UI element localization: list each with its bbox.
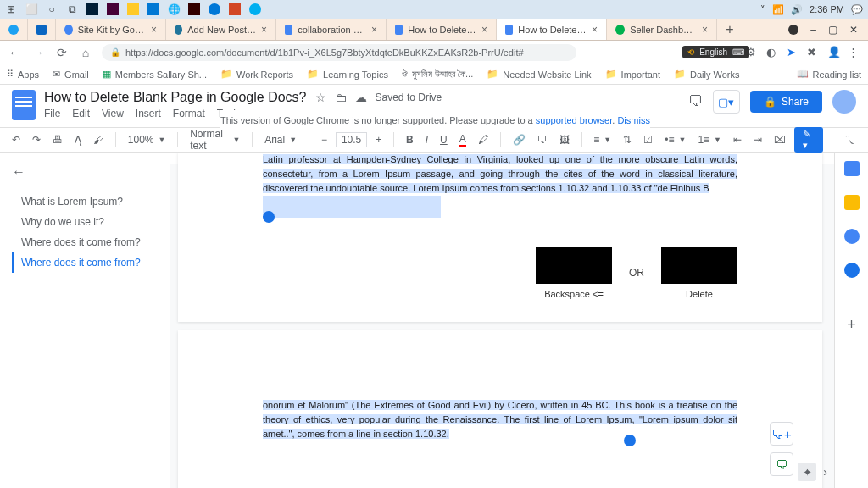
redo-button[interactable]: ↷ (29, 132, 44, 147)
banner-link[interactable]: supported browser (536, 115, 613, 125)
app-icon[interactable] (229, 3, 241, 15)
minimize-button[interactable]: – (810, 24, 816, 36)
comment-button[interactable]: 🗨 (534, 132, 551, 147)
suggest-button[interactable]: 🗨 (770, 452, 793, 476)
browser-tab[interactable]: Site Kit by Google D× (56, 19, 166, 40)
back-button[interactable]: ← (7, 46, 22, 59)
bookmark-folder[interactable]: 📁Work Reports (220, 69, 293, 80)
outline-item[interactable]: Why do we use it? (12, 212, 157, 232)
close-icon[interactable]: × (371, 24, 377, 36)
star-icon[interactable]: ☆ (315, 91, 326, 104)
italic-button[interactable]: I (422, 132, 431, 147)
page[interactable]: onorum et Malorum" (The Extremes of Good… (178, 330, 822, 488)
clock[interactable]: 2:36 PM (810, 4, 844, 14)
spellcheck-button[interactable]: Ą (71, 132, 85, 147)
close-icon[interactable]: × (702, 24, 708, 36)
outline-item[interactable]: Where does it come from? (12, 232, 157, 252)
edge-icon[interactable] (209, 3, 220, 15)
extension-icon[interactable]: ✖ (807, 46, 821, 59)
doc-title[interactable]: How to Delete Blank Page in Google Docs? (44, 90, 307, 105)
close-icon[interactable]: × (592, 24, 598, 36)
outline-item-active[interactable]: Where does it come from? (12, 252, 157, 273)
document-canvas[interactable]: 1 2 3 4 5 6 7 Latin professor at Hampden… (170, 152, 834, 488)
contacts-icon[interactable] (844, 263, 860, 278)
menu-edit[interactable]: Edit (72, 108, 90, 119)
bulleted-list-button[interactable]: •≡▼ (661, 132, 689, 147)
page[interactable]: Latin professor at Hampden-Sydney Colleg… (178, 152, 822, 322)
cortana-icon[interactable]: ○ (46, 3, 58, 15)
calendar-icon[interactable] (844, 161, 860, 176)
bold-button[interactable]: B (403, 132, 417, 147)
url-input[interactable]: 🔒 https://docs.google.com/document/d/1b1… (102, 44, 576, 61)
menu-view[interactable]: View (102, 108, 124, 119)
zoom-select[interactable]: 100%▼ (125, 132, 170, 147)
explore-button[interactable]: ✦ (798, 463, 816, 481)
outline-item[interactable]: What is Lorem Ipsum? (12, 191, 157, 212)
highlight-button[interactable]: 🖍 (475, 132, 492, 147)
avatar[interactable] (832, 90, 856, 114)
skype-icon[interactable] (249, 3, 261, 15)
extension-icon[interactable]: ◐ (766, 46, 780, 59)
link-button[interactable]: 🔗 (509, 132, 529, 147)
browser-tab[interactable]: collaboration with L...× (276, 19, 387, 40)
chrome-icon[interactable]: 🌐 (168, 3, 180, 15)
bookmark-item[interactable]: ✉Gmail (53, 69, 89, 80)
keep-icon[interactable] (844, 195, 860, 210)
menu-insert[interactable]: Insert (136, 108, 161, 119)
bookmark-folder[interactable]: 📁Learning Topics (307, 69, 388, 80)
cloud-icon[interactable]: ☁ (355, 91, 367, 104)
volume-icon[interactable]: 🔊 (791, 4, 803, 15)
present-button[interactable]: ▢▾ (713, 90, 740, 114)
indent-inc-button[interactable]: ⇥ (750, 132, 765, 147)
align-button[interactable]: ≡▼ (590, 132, 615, 147)
undo-button[interactable]: ↶ (8, 132, 24, 147)
apps-shortcut[interactable]: ⠿Apps (7, 69, 39, 80)
profile-icon[interactable]: 👤 (827, 46, 841, 59)
chevron-up-icon[interactable]: ˅ (760, 4, 765, 15)
close-icon[interactable]: × (481, 24, 487, 36)
menu-file[interactable]: File (44, 108, 60, 119)
forward-button[interactable]: → (31, 46, 46, 59)
close-icon[interactable]: × (261, 24, 267, 36)
browser-tab[interactable]: Seller Dashboard× (607, 19, 717, 40)
notifications-icon[interactable]: 💬 (851, 4, 863, 15)
font-size-input[interactable]: 10.5 (336, 132, 367, 147)
menu-icon[interactable]: ⋮ (848, 46, 861, 59)
bookmark-folder[interactable]: 📁Important (605, 69, 660, 80)
app-icon[interactable] (188, 3, 200, 15)
banner-dismiss[interactable]: Dismiss (617, 115, 650, 125)
image-button[interactable]: 🖼 (556, 132, 573, 147)
bookmark-folder[interactable]: 📁Needed Website Link (487, 69, 591, 80)
docs-logo-icon[interactable] (12, 90, 36, 120)
taskview-icon[interactable]: ⧉ (66, 3, 78, 15)
explorer-icon[interactable] (127, 3, 139, 15)
move-icon[interactable]: 🗀 (335, 91, 347, 104)
mail-icon[interactable] (147, 3, 159, 15)
share-button[interactable]: 🔒Share (750, 91, 822, 113)
selection-handle-icon[interactable] (624, 435, 636, 446)
browser-tab-active[interactable]: How to Delete Blan...× (497, 19, 607, 40)
new-tab-button[interactable]: + (717, 19, 743, 40)
numbered-list-button[interactable]: 1≡▼ (694, 132, 725, 147)
indent-dec-button[interactable]: ⇤ (730, 132, 745, 147)
app-icon[interactable] (107, 3, 119, 15)
close-window-button[interactable]: ✕ (849, 24, 858, 36)
reading-list-button[interactable]: 📖Reading list (797, 69, 861, 80)
chevron-right-icon[interactable]: › (823, 465, 827, 479)
checklist-button[interactable]: ☑ (640, 132, 656, 147)
reload-button[interactable]: ⟳ (54, 46, 70, 59)
bookmark-item[interactable]: ঔমুসলিম উম্মাহর কৈ... (402, 69, 473, 80)
home-button[interactable]: ⌂ (78, 46, 93, 59)
font-size-inc[interactable]: + (372, 132, 385, 147)
browser-tab[interactable] (28, 19, 56, 40)
translate-pill[interactable]: ⟲English⌨ (682, 46, 749, 58)
font-select[interactable]: Arial▼ (261, 132, 300, 147)
clear-format-button[interactable]: ⌧ (771, 132, 789, 147)
font-size-dec[interactable]: − (318, 132, 331, 147)
hide-menus-button[interactable]: ㄟ (841, 130, 860, 149)
wifi-icon[interactable]: 📶 (772, 4, 784, 15)
selected-text[interactable]: onorum et Malorum" (The Extremes of Good… (263, 400, 737, 439)
browser-tab[interactable]: Add New Post ‹ Blo...× (166, 19, 276, 40)
comments-icon[interactable]: 🗨 (688, 93, 703, 110)
start-icon[interactable]: ⊞ (5, 3, 17, 15)
